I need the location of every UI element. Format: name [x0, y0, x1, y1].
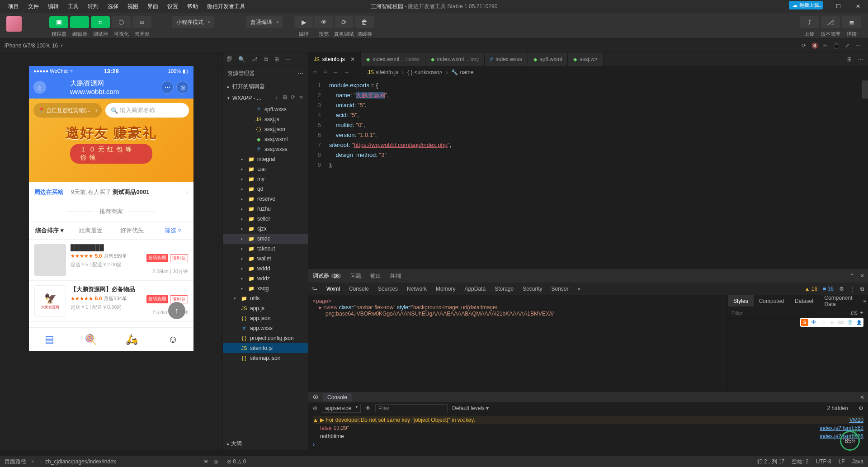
menu-微信开发者工具[interactable]: 微信开发者工具	[203, 3, 250, 10]
styles-tab-Component Data[interactable]: Component Data	[819, 295, 858, 307]
console-body[interactable]: ▲▶ For developer:Do not set same key "[o…	[308, 414, 868, 450]
forward-icon[interactable]: →	[344, 69, 349, 75]
filter-综合排序[interactable]: 综合排序 ▾	[29, 226, 70, 235]
phone-preview[interactable]: ●●●●● WeChatᯤ 13:28 100%▮▯ ⌂ 大鹏资源网 www.w…	[29, 66, 193, 351]
capsule-close-icon[interactable]: ◎	[176, 81, 189, 94]
devtools-tab-Network[interactable]: Network	[407, 286, 427, 292]
模拟器-button[interactable]: ▣	[49, 16, 68, 28]
back-icon[interactable]: ←	[333, 69, 339, 75]
tree-node-utils[interactable]: ▾📁utils	[223, 293, 308, 303]
search-icon[interactable]: 🔍	[238, 56, 245, 62]
编辑器-button[interactable]	[70, 16, 89, 28]
console-clear-icon[interactable]: ⊘	[313, 405, 317, 411]
ime-toolbar[interactable]: S中☽⚙⌨👕👤	[800, 318, 863, 327]
gear-icon[interactable]: ⚙	[839, 286, 844, 292]
around-row[interactable]: 周边在买啥 9天前,有人买了 测试商品0001 ›	[29, 182, 193, 202]
location-pill[interactable]: 📍 合江县荔红宾馆(... ›	[33, 103, 102, 118]
debugger-tab-问题[interactable]: 问题	[350, 272, 361, 280]
devtools-tab-Sources[interactable]: Sources	[378, 286, 398, 292]
code-editor[interactable]: 123456789 module.exports = { name: "大鹏资源…	[308, 79, 868, 269]
tab-home-icon[interactable]: ▤	[29, 328, 70, 351]
devtools-tab-Console[interactable]: Console	[349, 286, 369, 292]
tree-node-sssj.json[interactable]: { }sssj.json	[223, 124, 308, 134]
tree-node-sssj.wxml[interactable]: ◆sssj.wxml	[223, 134, 308, 144]
new-file-icon[interactable]: ＋	[274, 94, 279, 102]
encoding[interactable]: UTF-8	[816, 458, 831, 465]
menu-选择[interactable]: 选择	[103, 3, 123, 10]
console-row[interactable]: ▲▶ For developer:Do not set same key "[o…	[313, 416, 863, 424]
close-button[interactable]: ✕	[848, 0, 868, 13]
menu-视图[interactable]: 视图	[123, 3, 143, 10]
language-mode[interactable]: Java	[852, 458, 863, 465]
tree-node-project.config.json[interactable]: { }project.config.json	[223, 333, 308, 343]
capsule-menu-icon[interactable]: ⋯	[161, 81, 174, 94]
styles-tab-Dataset[interactable]: Dataset	[789, 295, 819, 307]
menu-编辑[interactable]: 编辑	[43, 3, 63, 10]
调试器-button[interactable]: ⌗	[91, 16, 110, 28]
styles-tab-Styles[interactable]: Styles	[728, 295, 754, 307]
open-editors-section[interactable]: ▸打开的编辑器	[223, 81, 308, 92]
tree-node-sssj.js[interactable]: JSsssj.js	[223, 114, 308, 124]
split-icon[interactable]: ⧉	[264, 56, 268, 62]
tab-user-icon[interactable]: ☺	[152, 328, 193, 351]
dock-icon[interactable]: ⧉	[860, 286, 864, 292]
filter-好评优先[interactable]: 好评优先	[111, 226, 152, 235]
inspect-icon[interactable]: ⮑	[312, 286, 317, 292]
debugger-tab-调试器[interactable]: 调试器16	[313, 272, 341, 280]
mode-dropdown[interactable]: 小程序模式	[172, 16, 214, 28]
tree-node-sitemap.json[interactable]: { }sitemap.json	[223, 353, 308, 363]
problems-count[interactable]: ⊘ 0 △ 0	[227, 458, 246, 465]
devtools-tab-Sensor[interactable]: Sensor	[552, 286, 569, 292]
console-close-icon[interactable]: ✕	[860, 394, 864, 401]
devtools-tab-Security[interactable]: Security	[523, 286, 542, 292]
warning-count[interactable]: ▲ 16	[805, 286, 818, 292]
more-icon[interactable]: ⋯	[298, 71, 303, 77]
tree-node-smdc[interactable]: ▸📁smdc	[223, 234, 308, 244]
styles-more-icon[interactable]: »	[858, 295, 868, 307]
console-row[interactable]: nothbtimeindex.js? [sm]:576	[313, 432, 863, 440]
debugger-tab-终端[interactable]: 终端	[390, 272, 401, 280]
tree-node-ruzhu[interactable]: ▸📁ruzhu	[223, 204, 308, 214]
tree-node-my[interactable]: ▸📁my	[223, 174, 308, 184]
tree-node-app.js[interactable]: JSapp.js	[223, 303, 308, 313]
tab-index.wxml[interactable]: ◆index.wxml...\my	[425, 52, 485, 66]
tree-node-wddz[interactable]: ▸📁wddz	[223, 274, 308, 283]
shop-item[interactable]: 🦅大鹏资源网 【大鹏资源网】必备物品 ★★★★★5.0月售534单 起送￥1 |…	[29, 281, 193, 322]
编译-button[interactable]: ▶	[294, 16, 313, 28]
tree-node-Liar[interactable]: ▸📁Liar	[223, 164, 308, 174]
详情-button[interactable]: ≣	[842, 16, 861, 28]
user-avatar[interactable]	[6, 16, 22, 32]
tab-siteinfo.js[interactable]: JSsiteinfo.js✕	[308, 52, 361, 66]
tree-node-xsqg[interactable]: ▸📁xsqg	[223, 283, 308, 293]
shop-item[interactable]: ████████ ★★★★★5.0月售559单 起送￥5 | 配送￥2.00起 …	[29, 240, 193, 281]
kebab-icon[interactable]: ⋮	[849, 286, 855, 292]
menu-界面[interactable]: 界面	[143, 3, 163, 10]
devtools-tab-Storage[interactable]: Storage	[495, 286, 514, 292]
menu-帮助[interactable]: 帮助	[183, 3, 203, 10]
styles-tab-Computed[interactable]: Computed	[754, 295, 789, 307]
tree-node-qd[interactable]: ▸📁qd	[223, 184, 308, 194]
tree-node-wallet[interactable]: ▸📁wallet	[223, 254, 308, 264]
eye-icon[interactable]: 👁	[203, 458, 209, 465]
target-icon[interactable]: ◎	[213, 458, 218, 465]
menu-文件[interactable]: 文件	[24, 3, 43, 10]
device-action-icon[interactable]: ✂	[820, 42, 831, 49]
performance-badge[interactable]: ↑ 1.6K/s ↓ 1.8K/s 85分	[836, 427, 863, 454]
tabs-overflow-icon[interactable]: ⊞	[847, 56, 852, 62]
maximize-button[interactable]: ☐	[828, 0, 848, 13]
console-toggle-icon[interactable]: ⦿	[313, 394, 318, 401]
device-action-icon[interactable]: ⋯	[853, 42, 863, 49]
styles-filter-input[interactable]	[731, 310, 849, 316]
close-icon[interactable]: ✕	[860, 273, 864, 279]
上传-button[interactable]: ⤴	[800, 16, 819, 28]
tab-index.wxml[interactable]: ◆index.wxml...\index	[361, 52, 425, 66]
page-path[interactable]: zh_cjdianc/pages/index/index	[45, 458, 116, 465]
devtools-more-icon[interactable]: »	[578, 286, 581, 292]
tab-index.wxss[interactable]: #index.wxss	[485, 52, 528, 66]
cls-toggle[interactable]: .cls	[849, 310, 858, 316]
清缓存-button[interactable]: 🗑	[355, 16, 374, 28]
tab-spfl.wxml[interactable]: ◆spfl.wxml	[528, 52, 568, 66]
预览-button[interactable]: 👁	[314, 16, 333, 28]
more-icon[interactable]: ⋯	[285, 56, 291, 62]
indent-mode[interactable]: 空格: 2	[792, 458, 808, 466]
